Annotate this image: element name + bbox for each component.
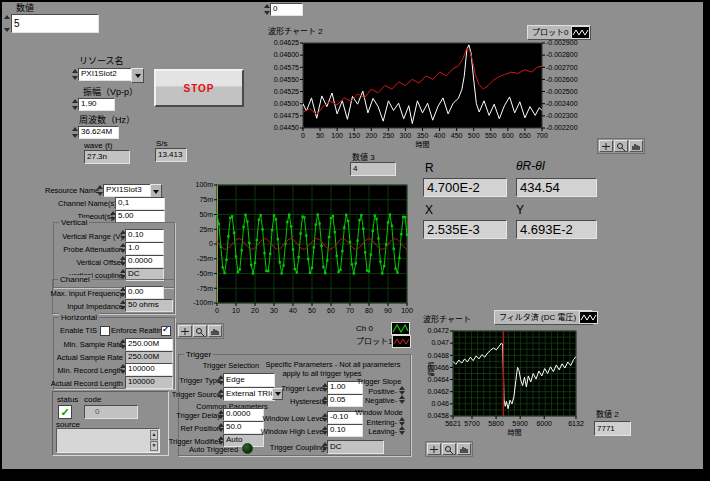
mode-entering-spinner[interactable] <box>398 417 405 426</box>
trigger-delay-input[interactable]: 0.0000 <box>223 408 264 421</box>
zoom-tool-icon[interactable] <box>442 443 456 455</box>
min-sample-rate-label: Min. Sample Rate <box>56 340 123 349</box>
svg-text:0.04575: 0.04575 <box>274 64 299 71</box>
numeric2-label: 数値 2 <box>596 410 619 419</box>
vertical-frame-title: Vertical <box>59 218 89 227</box>
svg-text:50: 50 <box>316 132 324 139</box>
plot1-legend-label: プロット1 <box>356 337 392 346</box>
trigger-selection-heading: Trigger Selection <box>196 361 266 370</box>
graph-palette-top <box>597 138 645 154</box>
waveform-chart-filtered[interactable]: 0.04720.0470.04680.04660.04640.04620.046… <box>421 325 591 440</box>
max-input-frequency-label: Max. Input Frequency <box>44 289 123 298</box>
svg-text:100: 100 <box>401 307 413 314</box>
status-checkbox: ✓ <box>58 405 72 419</box>
svg-text:-75m: -75m <box>197 285 213 292</box>
source-scrollbar[interactable]: ▲ ▼ <box>150 430 158 451</box>
cursor-tool-icon[interactable] <box>427 443 441 455</box>
mode-entering-label: Entering- <box>360 418 397 427</box>
r-label: R <box>425 162 434 175</box>
specific-parameters-line1: Specific Parameters - Not all parameters <box>258 360 408 369</box>
vertical-offset-input[interactable]: 0.0000 <box>125 255 164 268</box>
filtered-chart-ylabel: 振幅 <box>426 362 434 376</box>
trigger-source-input[interactable]: External TRIG <box>223 387 275 401</box>
numeric-input[interactable]: 5 <box>11 14 99 33</box>
zoom-tool-icon[interactable] <box>614 140 628 152</box>
resource-jp-spinner[interactable] <box>71 69 78 80</box>
cursor-tool-icon[interactable] <box>599 140 613 152</box>
stop-button[interactable]: STOP <box>154 69 244 107</box>
amplitude-input[interactable]: 1.90 <box>78 98 115 111</box>
numeric0-input[interactable]: 0 <box>270 3 303 16</box>
enable-tis-label: Enable TIS <box>60 326 100 335</box>
hysteresis-label: Hysteresis <box>275 397 325 406</box>
window-mode-heading: Window Mode <box>352 408 406 417</box>
pan-tool-icon[interactable] <box>457 443 471 455</box>
resource-jp-combo[interactable]: PXI1Slot2 <box>78 68 135 81</box>
scroll-up-icon[interactable]: ▲ <box>150 430 158 440</box>
svg-text:0.046: 0.046 <box>431 400 449 407</box>
ch0-legend[interactable]: Ch 0 <box>356 322 410 334</box>
resource-name-combo[interactable]: PXI1Slot3 <box>103 184 154 197</box>
numeric-spinner[interactable] <box>3 15 10 32</box>
svg-text:650: 650 <box>519 132 531 139</box>
min-sample-rate-input[interactable]: 250.00M <box>125 338 173 351</box>
scroll-down-icon[interactable]: ▼ <box>150 441 158 451</box>
waveform-chart-2[interactable]: 0.046250.046000.045750.045500.045250.045… <box>265 35 590 152</box>
filtered-legend-label: フィルタ済 (DC 電圧) <box>499 313 576 322</box>
resource-name-spinner[interactable] <box>96 185 103 196</box>
svg-text:40: 40 <box>289 307 297 314</box>
input-impedance-value[interactable]: 50 ohms <box>125 299 173 312</box>
svg-text:500: 500 <box>468 132 480 139</box>
min-record-length-input[interactable]: 100000 <box>125 363 173 376</box>
frequency-input[interactable]: 36.624M <box>78 126 119 139</box>
max-input-frequency-input[interactable]: 0.00 <box>125 286 164 299</box>
svg-text:5700: 5700 <box>464 420 480 427</box>
window-high-level-input[interactable]: 0.10 <box>327 424 363 437</box>
window-high-level-label: Window High Level <box>258 427 325 436</box>
svg-text:90: 90 <box>384 307 392 314</box>
vertical-range-label: Vertical Range (V) <box>56 232 123 241</box>
svg-text:75m: 75m <box>199 196 213 203</box>
pan-tool-icon[interactable] <box>629 140 643 152</box>
frequency-spinner[interactable] <box>71 127 78 138</box>
wave-t-label: wave (t) <box>84 141 112 150</box>
svg-text:450: 450 <box>451 132 463 139</box>
numeric-label: 数値 <box>16 3 34 13</box>
filtered-legend-waveform-icon <box>579 311 598 324</box>
trigger-coupling-value[interactable]: DC <box>327 440 384 454</box>
svg-text:20: 20 <box>251 307 259 314</box>
svg-text:6000: 6000 <box>536 420 552 427</box>
svg-text:25m: 25m <box>199 226 213 233</box>
zoom-tool-icon[interactable] <box>193 325 207 337</box>
slope-positive-spinner[interactable] <box>398 386 405 395</box>
resource-jp-dropdown-icon[interactable] <box>131 68 144 83</box>
vertical-range-input[interactable]: 0.10 <box>125 229 164 242</box>
svg-text:-0.002300: -0.002300 <box>546 112 578 119</box>
mode-leaving-label: Leaving- <box>360 427 397 436</box>
slope-negative-spinner[interactable] <box>398 395 405 404</box>
filtered-legend[interactable]: フィルタ済 (DC 電圧) <box>494 310 593 325</box>
trigger-source-label: Trigger Source <box>168 390 221 399</box>
probe-attenuation-input[interactable]: 1.0 <box>125 242 164 255</box>
amplitude-spinner[interactable] <box>71 99 78 110</box>
enforce-realtime-checkbox[interactable]: ✓ <box>161 326 171 336</box>
iq-graph[interactable]: 100m75m50m25m0-25m-50m-75m-100m010203040… <box>176 178 412 320</box>
pan-tool-icon[interactable] <box>208 325 222 337</box>
plot1-legend[interactable]: プロット1 <box>356 335 410 347</box>
svg-text:0.04525: 0.04525 <box>274 88 299 95</box>
svg-text:0.04625: 0.04625 <box>274 39 299 46</box>
enable-tis-checkbox[interactable] <box>100 326 110 336</box>
y-label: Y <box>516 204 524 217</box>
plot0-legend[interactable]: プロット0 <box>527 25 591 40</box>
frequency-label: 周波数（Hz） <box>79 115 135 125</box>
cursor-tool-icon[interactable] <box>178 325 192 337</box>
hysteresis-input[interactable]: 0.05 <box>327 394 363 407</box>
numeric0-spinner[interactable] <box>263 4 270 15</box>
probe-attenuation-label: Probe Attenuation <box>56 245 123 254</box>
theta-label: θR-θI <box>516 160 545 173</box>
mode-leaving-spinner[interactable] <box>398 426 405 435</box>
code-label: code <box>84 395 101 404</box>
svg-text:0.04475: 0.04475 <box>274 112 299 119</box>
svg-text:0.04450: 0.04450 <box>274 124 299 131</box>
channel-names-input[interactable]: 0,1 <box>115 197 165 210</box>
